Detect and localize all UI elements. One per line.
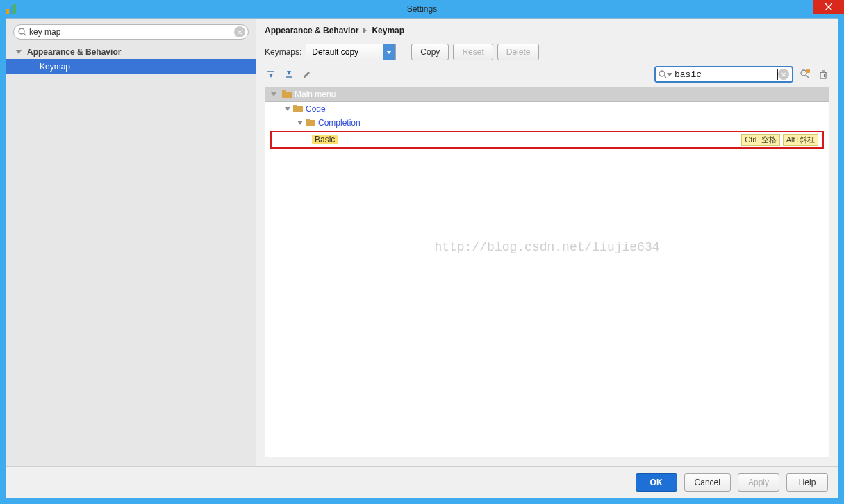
close-icon: [825, 3, 832, 10]
apply-button[interactable]: Apply: [738, 473, 779, 492]
app-icon: [6, 3, 17, 15]
svg-line-13: [664, 76, 666, 78]
tree-leaf-basic[interactable]: Basic Ctrl+空格 Alt+斜杠: [270, 131, 824, 149]
sidebar-search-value: key map: [26, 27, 234, 37]
trash-icon[interactable]: [817, 68, 829, 81]
svg-point-5: [19, 28, 24, 34]
keymap-copy-button[interactable]: Copy: [411, 44, 449, 60]
keymaps-row: Keymaps: Default copy Copy Reset Delete: [256, 40, 838, 65]
chevron-down-icon: [667, 72, 672, 77]
tree-node-code[interactable]: Code: [265, 102, 829, 116]
svg-point-12: [659, 71, 665, 76]
action-search-value: basic: [672, 69, 778, 80]
keymap-tree: Main menu Code Completion Basic: [265, 87, 829, 457]
svg-rect-18: [820, 72, 826, 78]
svg-rect-26: [293, 105, 297, 108]
svg-rect-17: [806, 69, 810, 73]
expand-arrow-icon: [285, 107, 290, 111]
folder-icon: [282, 90, 292, 99]
settings-window: Settings key map ✕ Appearance & Behavior: [0, 0, 844, 504]
find-by-shortcut-icon[interactable]: [799, 68, 811, 81]
svg-marker-8: [269, 74, 273, 78]
expand-all-icon[interactable]: [265, 68, 277, 81]
svg-rect-24: [282, 90, 286, 93]
sidebar-category-appearance[interactable]: Appearance & Behavior: [6, 44, 256, 59]
keymaps-label: Keymaps:: [265, 47, 301, 57]
sidebar-search-input[interactable]: key map ✕: [13, 24, 249, 40]
sidebar-item-keymap[interactable]: Keymap: [6, 59, 256, 74]
search-icon: [659, 70, 667, 78]
collapse-all-icon[interactable]: [283, 68, 295, 81]
folder-icon: [306, 119, 315, 127]
keymaps-select[interactable]: Default copy: [306, 44, 396, 60]
dialog-footer: OK Cancel Apply Help: [6, 466, 838, 498]
svg-marker-9: [287, 71, 291, 75]
svg-marker-14: [667, 73, 672, 76]
svg-rect-1: [10, 6, 13, 14]
action-search-input[interactable]: basic ✕: [654, 66, 793, 83]
dropdown-arrow-icon: [383, 44, 395, 60]
window-close-button[interactable]: [813, 0, 844, 14]
breadcrumb: Appearance & Behavior Keymap: [256, 19, 838, 40]
shortcut-badge: Alt+斜杠: [783, 134, 818, 146]
svg-marker-11: [304, 72, 310, 78]
window-title: Settings: [0, 4, 844, 14]
svg-line-16: [806, 75, 809, 78]
dialog-body: key map ✕ Appearance & Behavior Keymap A…: [6, 18, 838, 498]
shortcut-badge: Ctrl+空格: [741, 134, 780, 146]
svg-point-15: [801, 70, 806, 76]
sidebar-search-clear-icon[interactable]: ✕: [234, 26, 245, 37]
tree-node-completion[interactable]: Completion: [265, 116, 829, 130]
action-search-clear-icon[interactable]: ✕: [778, 69, 789, 80]
sidebar-category-label: Appearance & Behavior: [27, 47, 121, 57]
tree-root-main-menu[interactable]: Main menu: [265, 87, 829, 102]
svg-line-6: [24, 33, 26, 35]
watermark-text: http://blog.csdn.net/liujie634: [265, 240, 829, 254]
expand-arrow-icon: [271, 92, 276, 96]
tree-root-label: Main menu: [295, 90, 336, 99]
tree-leaf-label: Basic: [312, 135, 338, 144]
svg-rect-28: [306, 119, 310, 121]
breadcrumb-leaf: Keymap: [372, 26, 404, 35]
edit-icon[interactable]: [301, 68, 313, 81]
folder-icon: [293, 105, 303, 113]
tree-node-label: Code: [306, 104, 326, 114]
settings-main-panel: Appearance & Behavior Keymap Keymaps: De…: [256, 19, 838, 466]
keymap-reset-button[interactable]: Reset: [453, 44, 493, 60]
tree-node-label: Completion: [318, 118, 361, 128]
breadcrumb-separator-icon: [363, 28, 367, 33]
search-icon: [18, 28, 26, 36]
svg-rect-2: [13, 4, 16, 14]
expand-arrow-icon: [16, 50, 22, 54]
svg-rect-0: [6, 9, 9, 14]
keymap-toolbar: basic ✕: [256, 65, 838, 87]
keymap-delete-button[interactable]: Delete: [497, 44, 540, 60]
keymaps-selected-value: Default copy: [306, 47, 383, 57]
ok-button[interactable]: OK: [636, 473, 677, 492]
cancel-button[interactable]: Cancel: [684, 473, 731, 492]
titlebar: Settings: [0, 0, 844, 18]
expand-arrow-icon: [297, 121, 303, 125]
help-button[interactable]: Help: [786, 473, 828, 492]
settings-sidebar: key map ✕ Appearance & Behavior Keymap: [6, 19, 256, 466]
sidebar-item-label: Keymap: [40, 62, 70, 72]
breadcrumb-root: Appearance & Behavior: [265, 26, 358, 35]
